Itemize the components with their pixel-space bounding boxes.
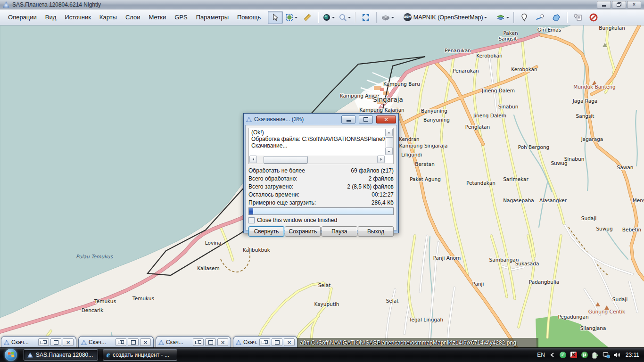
dialog-button-сохранить[interactable]: Сохранить [285,226,321,237]
path-tool-button[interactable] [533,11,548,24]
minimized-window[interactable]: Скач...× [233,336,297,348]
vertical-scrollbar[interactable] [385,129,393,155]
dialog-button-свернуть[interactable]: Свернуть [248,226,284,237]
scroll-down-button[interactable] [385,148,393,155]
map-label: Beratan [415,161,435,167]
map-label: Pegadungan [558,314,588,320]
menu-item-параметры[interactable]: Параметры [192,12,233,23]
minimized-buttons: × [38,338,74,346]
app-icon [3,1,9,8]
menu-item-операции[interactable]: Операции [4,12,41,23]
dialog-titlebar[interactable]: Скачивание... (3%) × [245,114,397,125]
selection-tool-button[interactable] [284,11,299,24]
placemark-list-icon [573,13,582,22]
placemark-tool-button[interactable] [517,11,532,24]
taskbar-app-1[interactable]: eсоздать инцидент - ... [103,349,177,361]
start-button[interactable] [5,349,17,361]
download-log[interactable]: (Ok!)Обработка файла: C:\Soft\NAVIGATION… [248,128,394,164]
dialog-button-выход[interactable]: Выход [358,226,394,237]
scroll-up-button[interactable] [385,129,393,136]
menu-item-метки[interactable]: Метки [145,12,171,23]
stat-row: Обработать не более69 файлов (z17) [248,166,394,174]
dialog-minimize-button[interactable] [341,115,355,123]
volume-icon[interactable] [613,351,621,359]
map-label: Kalibukbuk [243,247,271,253]
close-button[interactable]: × [140,338,151,346]
language-indicator[interactable]: EN [537,352,545,358]
restore-button[interactable] [38,338,49,346]
maximize-button[interactable] [272,338,282,346]
cursor-tool-button[interactable] [268,11,283,24]
map-label: Selat [318,282,331,288]
close-button[interactable]: × [284,338,295,346]
toolbar-separator [376,12,377,23]
minimized-window[interactable]: Скач...× [78,336,154,348]
globe-icon [322,13,331,22]
map-label: Sawan [617,165,634,170]
power-icon[interactable] [592,351,599,359]
map-label: Paket Agung [410,176,441,182]
zoom-tool-button[interactable] [337,11,352,24]
utorrent-icon[interactable]: µ [581,351,588,359]
network-icon[interactable] [603,351,610,359]
minimized-title: Скач... [11,339,36,346]
map-label: Selat [386,298,399,304]
antivirus-ok-icon[interactable]: ✓ [559,351,567,359]
speaker-icon [613,352,621,358]
map-label: Temukus [132,296,154,301]
layers-selector[interactable] [495,11,511,24]
minimize-button[interactable] [597,1,611,8]
maximize-button[interactable] [128,338,139,346]
clock[interactable]: 23:11 [626,352,639,358]
scroll-left-button[interactable] [249,156,257,163]
taskbar-app-0[interactable]: SAS.Планета 12080... [24,349,98,361]
placemark-manager-button[interactable] [570,11,585,24]
maximize-button[interactable] [205,338,216,346]
disable-downloading-button[interactable] [586,11,601,24]
stat-row: Всего загружено:2 (8,5 Кб) файлов [248,182,394,190]
map-label: Penglatan [465,124,490,130]
map-label: Penarukan [453,68,479,74]
map-label: Pulau Temukus [76,254,114,259]
menu-item-вид[interactable]: Вид [41,12,61,23]
menu-item-источник[interactable]: Источник [60,12,95,23]
close-button[interactable]: × [217,338,228,346]
menu-item-карты[interactable]: Карты [95,12,121,23]
map-source-selector[interactable]: OSM MAPNIK (OpenStreetMap) [396,11,494,24]
minimized-title: Скач... [89,339,114,346]
scrollbar-thumb[interactable] [264,156,308,164]
restore-button[interactable] [612,1,626,8]
close-when-finished-checkbox[interactable] [248,217,255,223]
dialog-button-пауза[interactable]: Пауза [322,226,357,237]
menu-item-помощь[interactable]: Помощь [233,12,265,23]
download-manager-button[interactable] [380,11,396,24]
map-label: Paken [503,30,518,36]
scrollbar-thumb[interactable] [386,137,393,148]
dialog-close-button[interactable]: × [376,115,396,123]
minimized-window[interactable]: Скач...× [156,336,231,348]
minimized-window[interactable]: Скач...× [1,336,76,348]
horizontal-scrollbar[interactable] [249,156,385,163]
log-lines: (Ok!)Обработка файла: C:\Soft\NAVIGATION… [249,128,393,150]
scroll-right-button[interactable] [377,156,385,163]
polygon-tool-button[interactable] [549,11,564,24]
restore-button[interactable] [116,338,126,346]
fullscreen-button[interactable] [358,11,373,24]
dialog-maximize-button[interactable] [359,115,373,123]
restore-button[interactable] [193,338,204,346]
map-label: Padangbulia [529,279,559,285]
close-button[interactable]: × [63,338,74,346]
close-button[interactable]: × [627,1,641,8]
kaspersky-icon[interactable]: K [570,351,578,359]
ruler-icon [303,13,312,22]
download-dialog[interactable]: Скачивание... (3%) × (Ok!)Обработка файл… [243,113,399,233]
taskbar-app-label: SAS.Планета 12080... [36,352,93,358]
maximize-button[interactable] [50,338,61,346]
menu-item-слои[interactable]: Слои [121,12,145,23]
ruler-tool-button[interactable] [300,11,315,24]
tray-expand-button[interactable] [548,351,556,359]
window-titlebar[interactable]: SAS.Планета 120804.6214 Nightly × [0,0,644,9]
globe-tool-button[interactable] [321,11,336,24]
restore-button[interactable] [259,338,270,346]
menu-item-gps[interactable]: GPS [170,12,191,23]
